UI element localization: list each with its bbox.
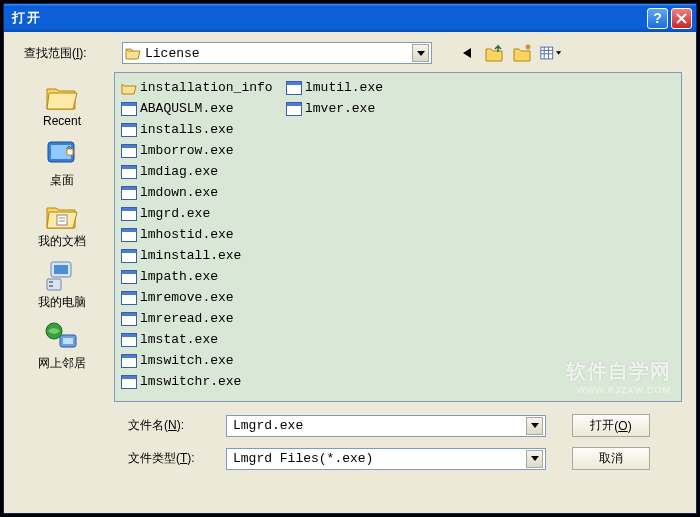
svg-rect-18: [49, 285, 53, 287]
watermark: 软件自学网 WWW.RJZXW.COM: [566, 358, 671, 395]
svg-rect-21: [63, 338, 73, 344]
file-name: lmborrow.exe: [140, 143, 234, 158]
filename-label: 文件名(N):: [128, 417, 218, 434]
file-item[interactable]: lmswitch.exe: [119, 350, 284, 371]
file-item[interactable]: lmdiag.exe: [119, 161, 284, 182]
file-name: lmdiag.exe: [140, 164, 218, 179]
sidebar-item-network[interactable]: 网上邻居: [22, 317, 102, 376]
filename-dropdown-arrow[interactable]: [526, 417, 543, 435]
network-icon: [44, 321, 80, 353]
exe-icon: [121, 291, 137, 305]
file-list-pane[interactable]: installation_infoABAQUSLM.exeinstalls.ex…: [114, 72, 682, 402]
file-name: lmswitchr.exe: [140, 374, 241, 389]
file-item[interactable]: ABAQUSLM.exe: [119, 98, 284, 119]
places-bar: Recent 桌面 我的文档: [18, 72, 106, 402]
file-name: installation_info: [140, 80, 273, 95]
sidebar-item-label: 桌面: [22, 172, 102, 189]
exe-icon: [121, 270, 137, 284]
desktop-icon: [44, 138, 80, 170]
close-button[interactable]: [671, 8, 692, 29]
svg-rect-11: [57, 215, 67, 225]
recent-icon: [44, 80, 80, 112]
file-item[interactable]: lmremove.exe: [119, 287, 284, 308]
filename-value: Lmgrd.exe: [229, 418, 526, 433]
file-name: lmgrd.exe: [140, 206, 210, 221]
file-item[interactable]: lmreread.exe: [119, 308, 284, 329]
folder-open-icon: [125, 46, 141, 60]
up-one-level-button[interactable]: [484, 42, 506, 64]
exe-icon: [121, 312, 137, 326]
chevron-down-icon: [417, 51, 425, 56]
chevron-down-icon: [531, 423, 539, 428]
file-item[interactable]: lmswitchr.exe: [119, 371, 284, 392]
sidebar-item-desktop[interactable]: 桌面: [22, 134, 102, 193]
views-button[interactable]: [540, 42, 562, 64]
cancel-button[interactable]: 取消: [572, 447, 650, 470]
mydocs-icon: [44, 199, 80, 231]
folder-item[interactable]: installation_info: [119, 77, 284, 98]
exe-icon: [121, 228, 137, 242]
folder-up-icon: [485, 44, 505, 62]
filename-combo[interactable]: Lmgrd.exe: [226, 415, 546, 437]
filetype-dropdown-arrow[interactable]: [526, 450, 543, 468]
file-name: lmutil.exe: [305, 80, 383, 95]
exe-icon: [121, 102, 137, 116]
file-item[interactable]: lmdown.exe: [119, 182, 284, 203]
file-item[interactable]: lmgrd.exe: [119, 203, 284, 224]
file-item[interactable]: lmborrow.exe: [119, 140, 284, 161]
help-button[interactable]: ?: [647, 8, 668, 29]
svg-rect-17: [49, 281, 53, 283]
file-name: lmreread.exe: [140, 311, 234, 326]
sidebar-item-label: 我的文档: [22, 233, 102, 250]
file-item[interactable]: lmstat.exe: [119, 329, 284, 350]
file-name: installs.exe: [140, 122, 234, 137]
back-button[interactable]: [456, 42, 478, 64]
file-item[interactable]: lminstall.exe: [119, 245, 284, 266]
new-folder-button[interactable]: [512, 42, 534, 64]
close-icon: [676, 13, 687, 24]
open-dialog: 打开 ? 查找范围(I): License: [3, 3, 697, 514]
file-name: lmver.exe: [305, 101, 375, 116]
file-item[interactable]: lmver.exe: [284, 98, 449, 119]
window-title: 打开: [12, 9, 647, 27]
file-item[interactable]: lmutil.exe: [284, 77, 449, 98]
file-name: lmdown.exe: [140, 185, 218, 200]
svg-rect-15: [54, 265, 68, 274]
file-name: lmhostid.exe: [140, 227, 234, 242]
exe-icon: [121, 144, 137, 158]
exe-icon: [121, 123, 137, 137]
file-item[interactable]: lmhostid.exe: [119, 224, 284, 245]
svg-rect-4: [541, 47, 553, 59]
sidebar-item-recent[interactable]: Recent: [22, 76, 102, 132]
lookin-label: 查找范围(I):: [24, 45, 116, 62]
sidebar-item-label: 网上邻居: [22, 355, 102, 372]
chevron-down-icon: [531, 456, 539, 461]
title-bar: 打开 ?: [4, 4, 696, 32]
file-name: lminstall.exe: [140, 248, 241, 263]
lookin-dropdown-arrow[interactable]: [412, 44, 429, 62]
exe-icon: [121, 165, 137, 179]
file-name: lmpath.exe: [140, 269, 218, 284]
filetype-value: Lmgrd Files(*.exe): [229, 451, 526, 466]
views-icon: [540, 44, 562, 62]
filetype-combo[interactable]: Lmgrd Files(*.exe): [226, 448, 546, 470]
open-button[interactable]: 打开(O): [572, 414, 650, 437]
file-item[interactable]: installs.exe: [119, 119, 284, 140]
sidebar-item-label: 我的电脑: [22, 294, 102, 311]
lookin-combo[interactable]: License: [122, 42, 432, 64]
file-name: ABAQUSLM.exe: [140, 101, 234, 116]
exe-icon: [121, 333, 137, 347]
sidebar-item-mycomputer[interactable]: 我的电脑: [22, 256, 102, 315]
exe-icon: [121, 354, 137, 368]
file-name: lmremove.exe: [140, 290, 234, 305]
svg-rect-16: [47, 279, 61, 290]
computer-icon: [44, 260, 80, 292]
exe-icon: [286, 81, 302, 95]
file-name: lmswitch.exe: [140, 353, 234, 368]
exe-icon: [121, 375, 137, 389]
sidebar-item-mydocs[interactable]: 我的文档: [22, 195, 102, 254]
file-item[interactable]: lmpath.exe: [119, 266, 284, 287]
exe-icon: [121, 186, 137, 200]
exe-icon: [286, 102, 302, 116]
filetype-label: 文件类型(T):: [128, 450, 218, 467]
